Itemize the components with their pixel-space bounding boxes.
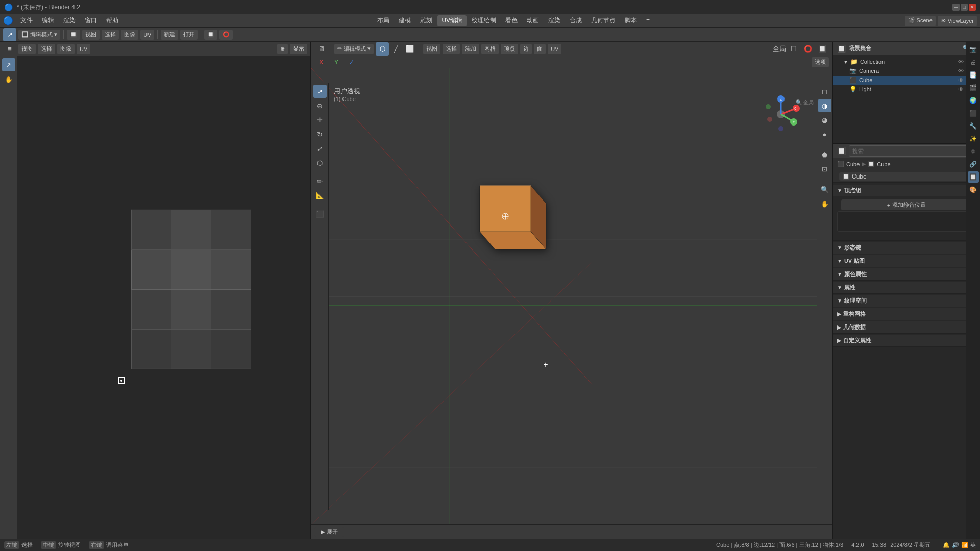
workspace-compositing[interactable]: 合成 <box>566 15 586 26</box>
toggle-xray[interactable]: ⊡ <box>818 162 831 176</box>
gizmo-orbit[interactable]: ✋ <box>818 197 831 210</box>
world-props-btn[interactable]: 🌍 <box>968 95 979 106</box>
outliner-item-camera[interactable]: 📷 Camera 👁 🖱 ○ <box>833 66 980 76</box>
annotate-tool[interactable]: ✏ <box>313 174 327 188</box>
rotate-tool[interactable]: ↻ <box>313 128 327 141</box>
constraints-btn[interactable]: 🔗 <box>968 159 979 170</box>
workspace-scripting[interactable]: 脚本 <box>621 15 641 26</box>
scene-props-btn[interactable]: 🎬 <box>968 82 979 93</box>
select-menu[interactable]: 选择 <box>102 30 119 40</box>
workspace-render[interactable]: 渲染 <box>544 15 565 26</box>
geometry-data-header[interactable]: ▶ 几何数据 ⋯ <box>833 321 980 333</box>
xray-toggle[interactable]: ☐ <box>787 42 800 56</box>
vp-mode-selector[interactable]: ✏ 编辑模式 ▾ <box>334 44 374 54</box>
outliner-item-light[interactable]: 💡 Light 👁 🖱 ○ <box>833 85 980 94</box>
color-attr-header[interactable]: ▼ 颜色属性 ⋯ <box>833 268 980 280</box>
viewlayer-selector[interactable]: 👁 ViewLayer <box>938 16 977 26</box>
mode-icon[interactable]: ↗ <box>3 28 16 41</box>
modifier-props-btn[interactable]: 🔧 <box>968 120 979 132</box>
global-local-toggle[interactable]: 全局 <box>773 42 786 56</box>
uv-display[interactable]: 显示 <box>290 44 307 54</box>
outliner-item-cube[interactable]: ⬛ Cube 👁 🖱 ○ <box>833 76 980 85</box>
add-rest-position-btn[interactable]: + 添加静音位置 <box>841 199 972 210</box>
cursor-tool[interactable]: ⊕ <box>313 99 327 112</box>
workspace-uv[interactable]: UV编辑 <box>437 15 467 26</box>
menu-render[interactable]: 渲染 <box>59 15 80 26</box>
add-cube-tool[interactable]: ⬛ <box>313 207 327 220</box>
workspace-sculpt[interactable]: 雕刻 <box>416 15 436 26</box>
viewport-shading[interactable]: 🔲 <box>67 30 80 40</box>
material-shading[interactable]: ◕ <box>818 113 831 127</box>
gizmo-pan[interactable]: 🔍 <box>818 183 831 196</box>
open-btn[interactable]: 打开 <box>180 30 198 40</box>
new-btn[interactable]: 新建 <box>161 30 178 40</box>
view-layer-btn[interactable]: 📑 <box>968 69 979 81</box>
proportional[interactable]: ⭕ <box>801 42 815 56</box>
attributes-header[interactable]: ▼ 属性 ⋯ <box>833 282 980 293</box>
edge-mode[interactable]: ╱ <box>389 42 403 56</box>
z-axis-constraint[interactable]: Z <box>345 56 358 69</box>
remesh-header[interactable]: ▶ 重构网格 ⋯ <box>833 308 980 320</box>
properties-search[interactable] <box>849 145 969 157</box>
workspace-add[interactable]: + <box>642 15 654 26</box>
transform-tool[interactable]: ⬡ <box>313 156 327 169</box>
uv-pivot[interactable]: ⊕ <box>277 44 288 54</box>
maximize-button[interactable]: □ <box>961 4 968 11</box>
measure-tool[interactable]: 📐 <box>313 189 327 202</box>
scene-selector[interactable]: 🎬 Scene <box>905 16 936 26</box>
object-name-input[interactable] <box>852 173 965 180</box>
uv-menu[interactable]: UV <box>140 30 154 40</box>
vp-view-menu[interactable]: 视图 <box>423 44 440 54</box>
render-props-btn[interactable]: 📷 <box>968 44 979 55</box>
workspace-geometry[interactable]: 几何节点 <box>587 15 620 26</box>
outliner-item-collection[interactable]: ▼ 📁 Collection 👁 🖱 ○ <box>833 57 980 66</box>
uv-uv[interactable]: UV <box>77 44 90 54</box>
physics-btn[interactable]: ⚛ <box>968 146 979 157</box>
wireframe-shading[interactable]: ◻ <box>818 85 831 98</box>
workspace-layout[interactable]: 布局 <box>373 15 394 26</box>
move-tool[interactable]: ✛ <box>313 113 327 127</box>
toggle-overlay[interactable]: ⬟ <box>818 148 831 161</box>
expand-button[interactable]: ▶ 展开 <box>314 527 344 537</box>
breadcrumb-cube2[interactable]: Cube <box>877 161 890 167</box>
face-mode[interactable]: ⬜ <box>403 42 416 56</box>
uv-select[interactable]: 选择 <box>38 44 55 54</box>
viewport-gizmo[interactable]: X Y Z <box>761 94 801 135</box>
y-axis-constraint[interactable]: Y <box>330 56 343 69</box>
snap-btn[interactable]: 🔲 <box>204 30 217 40</box>
vp-add-menu[interactable]: 添加 <box>462 44 479 54</box>
breadcrumb-cube1[interactable]: Cube <box>846 161 860 167</box>
texture-space-header[interactable]: ▼ 纹理空间 ⋯ <box>833 295 980 307</box>
minimize-button[interactable]: ─ <box>952 4 960 11</box>
custom-props-header[interactable]: ▶ 自定义属性 ⋯ <box>833 335 980 346</box>
menu-window[interactable]: 窗口 <box>81 15 101 26</box>
close-button[interactable]: ✕ <box>969 4 976 11</box>
shape-keys-header[interactable]: ▼ 形态键 ⋯ <box>833 242 980 254</box>
workspace-shading[interactable]: 看色 <box>501 15 522 26</box>
particles-btn[interactable]: ✨ <box>968 133 979 144</box>
workspace-texture-paint[interactable]: 纹理绘制 <box>468 15 500 26</box>
uv-toolbar-mode[interactable]: ≡ <box>3 42 16 56</box>
x-axis-constraint[interactable]: X <box>314 56 328 69</box>
vertex-mode[interactable]: ⬡ <box>376 42 389 56</box>
scene-area[interactable]: 用户透视 (1) Cube <box>311 68 832 524</box>
view-menu[interactable]: 视图 <box>82 30 100 40</box>
select-tool[interactable]: ↗ <box>313 85 327 98</box>
image-menu[interactable]: 图像 <box>121 30 138 40</box>
object-props-btn[interactable]: ⬛ <box>968 108 979 119</box>
material-btn[interactable]: 🎨 <box>968 184 979 195</box>
uv-canvas[interactable] <box>0 56 310 539</box>
uv-image[interactable]: 图像 <box>57 44 75 54</box>
snap-grid[interactable]: 🔲 <box>816 42 829 56</box>
uv-maps-header[interactable]: ▼ UV 贴图 ⋯ <box>833 255 980 267</box>
vp-mesh-menu[interactable]: 网格 <box>481 44 499 54</box>
menu-file[interactable]: 文件 <box>16 15 37 26</box>
workspace-modeling[interactable]: 建模 <box>395 15 415 26</box>
vp-editor-type[interactable]: 🖥 <box>314 42 328 56</box>
render-shading[interactable]: ● <box>818 128 831 141</box>
proportional-edit[interactable]: ⭕ <box>219 30 233 40</box>
workspace-animation[interactable]: 动画 <box>523 15 543 26</box>
overlay-options[interactable]: 选项 <box>812 57 829 67</box>
vp-edge-menu[interactable]: 边 <box>520 44 532 54</box>
mode-selector[interactable]: 🔳 编辑模式 ▾ <box>18 30 60 40</box>
